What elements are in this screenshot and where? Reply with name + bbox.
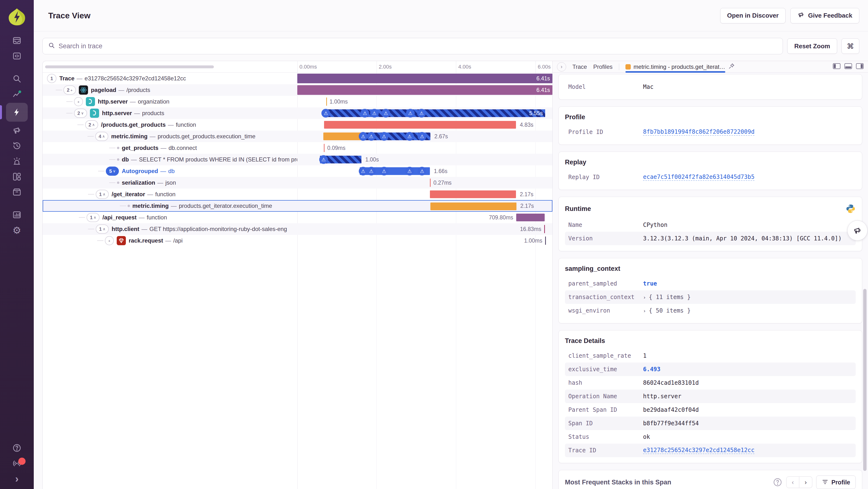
performance-bolt-icon[interactable] — [0, 102, 34, 123]
span-tick[interactable] — [544, 225, 545, 233]
expand-chevron-icon[interactable]: › — [0, 471, 34, 487]
error-badge-icon[interactable]: ⚠ — [321, 109, 330, 118]
next-stack-button[interactable]: › — [799, 477, 812, 488]
trace-row-pageload[interactable]: 2+pageload—/products6.41s — [43, 84, 552, 96]
span-bar[interactable]: 6.41s — [297, 85, 552, 95]
vertical-scrollbar[interactable] — [863, 289, 867, 471]
span-bar[interactable] — [516, 213, 545, 221]
shortcut-button[interactable]: ⌘ — [841, 38, 859, 54]
span-children-pill[interactable]: 4∧ — [95, 132, 108, 141]
trace-row--api-request[interactable]: 1∧/api_request—function709.80ms — [43, 212, 552, 223]
detail-value[interactable]: ›{ 11 items } — [643, 294, 690, 300]
error-badge-icon[interactable]: ⚠ — [406, 109, 415, 118]
sentry-logo-icon[interactable] — [8, 8, 25, 26]
tab-profiles[interactable]: Profiles — [593, 61, 613, 73]
span-bar[interactable] — [323, 133, 362, 140]
span-bar[interactable] — [324, 121, 516, 128]
pin-icon[interactable] — [728, 63, 735, 71]
detail-value[interactable]: ecae7c51f0024f2fa82e6314045d73b5 — [643, 174, 754, 181]
span-bar[interactable]: 5.55s — [323, 109, 545, 117]
span-tick[interactable] — [545, 236, 546, 245]
settings-gear-icon[interactable]: ⚙ — [0, 223, 34, 238]
metrics-chart-icon[interactable] — [0, 86, 34, 102]
error-badge-icon[interactable]: ⚠ — [359, 132, 368, 141]
dashboards-icon[interactable] — [0, 169, 34, 184]
detail-value[interactable]: 8fb7bb1891994f8c862f206e8722009d — [643, 128, 754, 136]
trace-row-metric-timing[interactable]: 4∧metric.timing—products.get_products.ex… — [43, 131, 552, 142]
span-bar[interactable] — [430, 202, 517, 210]
trace-row-db[interactable]: db—SELECT * FROM products WHERE id IN (S… — [43, 154, 552, 165]
layout-right-icon[interactable] — [856, 63, 864, 71]
span-children-pill[interactable]: 1∧ — [96, 225, 109, 234]
span-children-pill[interactable]: 2+ — [63, 85, 76, 95]
span-children-pill[interactable]: + — [74, 97, 83, 106]
issues-inbox-icon[interactable] — [0, 33, 34, 48]
trace-row-serialization[interactable]: serialization—json0.27ms — [43, 177, 552, 189]
span-tick[interactable] — [326, 97, 327, 106]
error-badge-icon[interactable]: ⚠ — [381, 109, 390, 118]
error-badge-icon[interactable]: ⚠ — [361, 109, 369, 118]
search-icon[interactable] — [0, 71, 34, 86]
trace-row--get-iterator[interactable]: 1∧/get_iterator—function2.17s — [43, 189, 552, 200]
trace-row-http-server[interactable]: 2∨http.server—products5.55s⚠⚠⚠⚠⚠⚠ — [43, 107, 552, 119]
span-tree-cell: 1∧http.client—GET https://application-mo… — [43, 223, 297, 235]
trace-row-autogrouped[interactable]: 5∨Autogrouped—db⚠⚠⚠⚠⚠1.66s — [43, 165, 552, 177]
search-input[interactable] — [59, 42, 777, 50]
error-badge-icon[interactable]: ⚠ — [367, 167, 376, 175]
help-circle-icon[interactable] — [0, 440, 34, 456]
help-icon[interactable] — [773, 478, 782, 487]
span-tick[interactable] — [324, 144, 324, 152]
replays-clock-icon[interactable] — [0, 138, 34, 153]
tab-trace[interactable]: Trace — [572, 61, 587, 73]
span-children-pill[interactable]: + — [105, 236, 114, 245]
trace-row-get-products[interactable]: get_products—db.connect0.09ms — [43, 142, 552, 154]
error-badge-icon[interactable]: ⚠ — [359, 167, 368, 175]
error-badge-icon[interactable]: ⚠ — [370, 109, 379, 118]
span-bar[interactable] — [430, 191, 516, 198]
open-in-discover-button[interactable]: Open in Discover — [720, 8, 786, 23]
feedback-megaphone-icon[interactable] — [0, 123, 34, 138]
trace-row-trace[interactable]: 1Trace—e31278c256524c3297e2cd12458e12cc6… — [43, 73, 552, 84]
reset-zoom-button[interactable]: Reset Zoom — [787, 38, 837, 54]
stats-barchart-icon[interactable] — [0, 207, 34, 223]
detail-value[interactable]: e31278c256524c3297e2cd12458e12cc — [643, 447, 754, 454]
alerts-siren-icon[interactable] — [0, 153, 34, 169]
broadcast-icon[interactable] — [0, 456, 34, 471]
error-badge-icon[interactable]: ⚠ — [367, 132, 376, 141]
tab-span-details[interactable]: metric.timing - products.get_iterat… — [625, 61, 736, 73]
detail-value[interactable]: ›{ 50 items } — [643, 307, 690, 314]
trace-row--products-get-products[interactable]: 2∧/products.get_products—function4.83s — [43, 119, 552, 131]
releases-archive-icon[interactable] — [0, 184, 34, 200]
error-badge-icon[interactable]: ⚠ — [380, 167, 389, 175]
profile-button[interactable]: Profile — [816, 476, 856, 489]
error-badge-icon[interactable]: ⚠ — [380, 132, 389, 141]
span-children-pill[interactable]: 1 — [47, 74, 56, 83]
projects-code-icon[interactable] — [0, 48, 34, 64]
error-badge-icon[interactable]: ⚠ — [417, 132, 426, 141]
span-tick[interactable] — [430, 179, 431, 187]
trace-row-metric-timing[interactable]: metric.timing—products.get_iterator.exec… — [43, 200, 552, 212]
span-children-pill[interactable]: 1∧ — [96, 190, 109, 199]
give-feedback-button[interactable]: Give Feedback — [790, 8, 859, 23]
span-duration: 0.09ms — [327, 145, 345, 151]
horizontal-scrollbar[interactable] — [45, 65, 214, 68]
error-badge-icon[interactable]: ⚠ — [319, 155, 328, 164]
error-badge-icon[interactable]: ⚠ — [417, 167, 426, 175]
span-children-pill[interactable]: 1∧ — [87, 213, 100, 222]
error-badge-icon[interactable]: ⚠ — [405, 167, 414, 175]
layout-bottom-icon[interactable] — [844, 63, 852, 71]
span-children-pill[interactable]: 2∧ — [85, 120, 98, 130]
error-badge-icon[interactable]: ⚠ — [405, 132, 414, 141]
detail-row: parent_sampledtrue — [565, 277, 856, 290]
span-children-pill[interactable]: 2∨ — [74, 109, 87, 118]
feedback-fab-button[interactable] — [847, 220, 868, 241]
span-bar[interactable]: 6.41s — [297, 74, 552, 83]
trace-row-rack-request[interactable]: +rack.request—/api1.00ms — [43, 235, 552, 247]
error-badge-icon[interactable]: ⚠ — [417, 109, 426, 118]
collapse-panel-button[interactable]: › — [557, 62, 566, 71]
prev-stack-button[interactable]: ‹ — [786, 477, 799, 488]
layout-left-icon[interactable] — [833, 63, 840, 71]
trace-row-http-server[interactable]: +http.server—organization1.00ms — [43, 96, 552, 107]
span-children-pill[interactable]: 5∨ — [106, 167, 119, 176]
trace-row-http-client[interactable]: 1∧http.client—GET https://application-mo… — [43, 223, 552, 235]
